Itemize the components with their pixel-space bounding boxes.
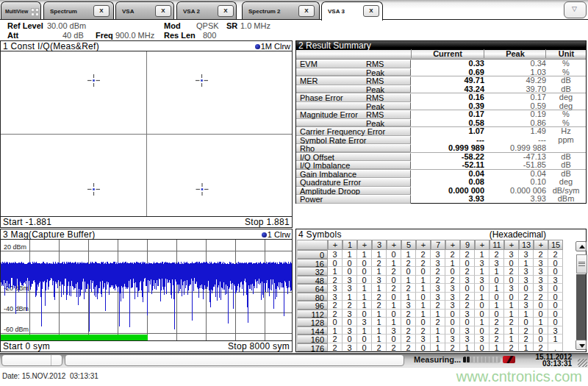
svg-text:-40 dBm: -40 dBm bbox=[4, 305, 29, 312]
svg-text:-60 dBm: -60 dBm bbox=[4, 326, 29, 333]
svg-text:20 dBm: 20 dBm bbox=[4, 243, 26, 251]
